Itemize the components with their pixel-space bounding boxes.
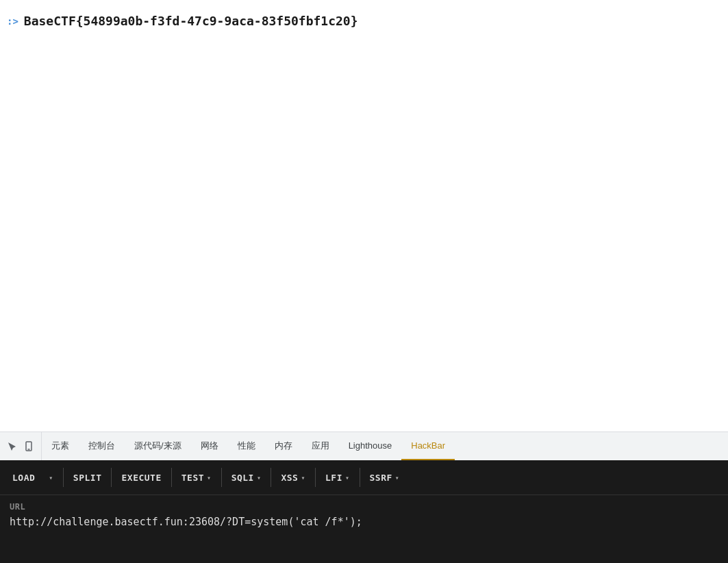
tab-memory[interactable]: 内存 <box>265 432 302 460</box>
hackbar-lfi-button[interactable]: LFI ▾ <box>320 468 355 487</box>
tab-lighthouse[interactable]: Lighthouse <box>339 432 402 460</box>
tab-performance[interactable]: 性能 <box>228 432 265 460</box>
load-dropdown-arrow: ▾ <box>49 474 53 481</box>
toolbar-separator-6 <box>315 468 316 487</box>
main-content: :> BaseCTF{54899a0b-f3fd-47c9-9aca-83f50… <box>0 0 728 397</box>
cursor-icon[interactable] <box>5 440 19 453</box>
hackbar-sqli-button[interactable]: SQLI ▾ <box>226 468 267 487</box>
tab-network[interactable]: 网络 <box>191 432 228 460</box>
tab-console[interactable]: 控制台 <box>79 432 125 460</box>
hackbar-test-label: TEST <box>181 473 204 483</box>
toolbar-separator-3 <box>171 468 172 487</box>
toolbar-separator-4 <box>221 468 222 487</box>
test-dropdown-arrow: ▾ <box>207 474 212 481</box>
tab-source[interactable]: 源代码/来源 <box>125 432 191 460</box>
hackbar-url-section: URL http://challenge.basectf.fun:23608/?… <box>0 495 728 563</box>
ctf-flag-text: BaseCTF{54899a0b-f3fd-47c9-9aca-83f50fbf… <box>24 14 358 28</box>
ctf-output-line: :> BaseCTF{54899a0b-f3fd-47c9-9aca-83f50… <box>7 14 721 28</box>
hackbar-ssrf-label: SSRF <box>370 473 392 483</box>
url-value[interactable]: http://challenge.basectf.fun:23608/?DT=s… <box>10 516 718 528</box>
hackbar-split-button[interactable]: SPLIT <box>68 468 108 487</box>
hackbar-test-button[interactable]: TEST ▾ <box>176 468 217 487</box>
devtools-icon-group <box>0 432 42 460</box>
hackbar-xss-label: XSS <box>281 473 298 483</box>
toolbar-separator-7 <box>360 468 360 487</box>
hackbar-load-button[interactable]: LOAD <box>7 468 40 487</box>
hackbar-ssrf-button[interactable]: SSRF ▾ <box>364 468 405 487</box>
hackbar-execute-button[interactable]: EXECUTE <box>116 468 166 487</box>
devtools-tab-bar: 元素 控制台 源代码/来源 网络 性能 内存 应用 Lighthouse Hac… <box>0 431 728 460</box>
tab-hackbar[interactable]: HackBar <box>401 432 455 460</box>
tab-elements[interactable]: 元素 <box>42 432 79 460</box>
hackbar-load-dropdown-button[interactable]: ▾ <box>43 470 59 486</box>
toolbar-separator-5 <box>271 468 271 487</box>
hackbar-xss-button[interactable]: XSS ▾ <box>275 468 311 487</box>
hackbar-sqli-label: SQLI <box>231 473 254 483</box>
devtools-bar: 元素 控制台 源代码/来源 网络 性能 内存 应用 Lighthouse Hac… <box>0 431 728 563</box>
tab-application[interactable]: 应用 <box>302 432 339 460</box>
lfi-dropdown-arrow: ▾ <box>345 474 350 481</box>
xss-dropdown-arrow: ▾ <box>301 474 305 481</box>
hackbar-toolbar: LOAD ▾ SPLIT EXECUTE TEST ▾ SQLI ▾ XSS ▾… <box>0 460 728 495</box>
ssrf-dropdown-arrow: ▾ <box>395 474 400 481</box>
prompt-icon: :> <box>7 16 18 27</box>
mobile-icon[interactable] <box>22 440 36 453</box>
url-label: URL <box>10 502 718 512</box>
toolbar-separator-2 <box>111 468 112 487</box>
toolbar-separator-1 <box>63 468 64 487</box>
hackbar-lfi-label: LFI <box>325 473 342 483</box>
sqli-dropdown-arrow: ▾ <box>257 474 262 481</box>
